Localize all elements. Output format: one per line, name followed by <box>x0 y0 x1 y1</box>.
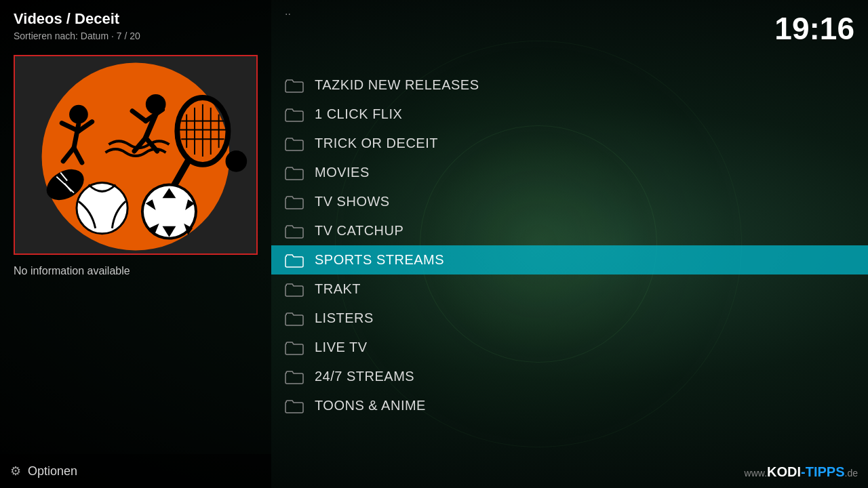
list-item-tazkid[interactable]: TAZKID NEW RELEASES <box>271 70 868 100</box>
folder-icon <box>285 369 304 384</box>
kodi-branding: www.KODI-TIPPS.de <box>745 464 858 480</box>
folder-icon <box>285 107 304 122</box>
list-item-label: SPORTS STREAMS <box>315 252 444 268</box>
list-item-label: TOONS & ANIME <box>315 398 426 413</box>
breadcrumb: Videos / Deceit <box>14 10 258 28</box>
list-item-label: MOVIES <box>315 165 370 180</box>
folder-icon <box>285 253 304 268</box>
options-bar[interactable]: ⚙ Optionen <box>0 454 271 488</box>
kodi-de: .de <box>845 468 858 479</box>
kodi-www: www. <box>745 468 767 479</box>
list-item-label: TV SHOWS <box>315 194 390 209</box>
menu-list: TAZKID NEW RELEASES 1 CLICK FLIX TRICK O… <box>271 23 868 420</box>
list-item-label: TRAKT <box>315 281 361 297</box>
list-item-movies[interactable]: MOVIES <box>271 158 868 187</box>
folder-icon <box>285 195 304 209</box>
list-item-label: 1 CLICK FLIX <box>315 106 402 122</box>
folder-icon <box>285 165 304 180</box>
kodi-text: KODI <box>767 464 801 479</box>
list-item-toonanime[interactable]: TOONS & ANIME <box>271 391 868 420</box>
list-item-trakt[interactable]: TRAKT <box>271 274 868 304</box>
folder-icon <box>285 340 304 355</box>
left-panel: Videos / Deceit Sortieren nach: Datum · … <box>0 0 271 488</box>
thumbnail <box>14 55 258 255</box>
folder-icon <box>285 399 304 413</box>
list-item-tvshows[interactable]: TV SHOWS <box>271 187 868 216</box>
no-info-text: No information available <box>14 265 258 277</box>
folder-icon <box>285 78 304 93</box>
svg-point-23 <box>226 150 248 172</box>
list-item-label: TV CATCHUP <box>315 223 403 239</box>
clock: 19:16 <box>774 10 854 47</box>
right-panel: .. TAZKID NEW RELEASES 1 CLICK FLIX TRIC… <box>271 0 868 488</box>
list-item-sportsstreams[interactable]: SPORTS STREAMS <box>271 245 868 274</box>
list-item-tvcatchup[interactable]: TV CATCHUP <box>271 216 868 245</box>
gear-icon: ⚙ <box>10 464 21 479</box>
folder-icon <box>285 282 304 297</box>
list-item-streams247[interactable]: 24/7 STREAMS <box>271 362 868 391</box>
options-label: Optionen <box>28 464 77 479</box>
list-item-livetv[interactable]: LIVE TV <box>271 333 868 362</box>
list-item-clickflix[interactable]: 1 CLICK FLIX <box>271 100 868 129</box>
folder-icon <box>285 311 304 326</box>
list-item-label: LISTERS <box>315 310 374 326</box>
sort-info: Sortieren nach: Datum · 7 / 20 <box>14 30 258 41</box>
list-item-trickdeceit[interactable]: TRICK OR DECEIT <box>271 129 868 158</box>
kodi-dash: - <box>801 464 806 479</box>
list-item-label: TRICK OR DECEIT <box>315 136 438 151</box>
list-item-label: 24/7 STREAMS <box>315 369 414 384</box>
thumbnail-image <box>15 56 256 253</box>
list-item-label: LIVE TV <box>315 340 368 355</box>
svg-point-7 <box>69 105 88 124</box>
list-item-label: TAZKID NEW RELEASES <box>315 77 479 93</box>
kodi-tipps: TIPPS <box>806 464 845 479</box>
list-item-listers[interactable]: LISTERS <box>271 304 868 333</box>
folder-icon <box>285 136 304 151</box>
folder-icon <box>285 224 304 239</box>
